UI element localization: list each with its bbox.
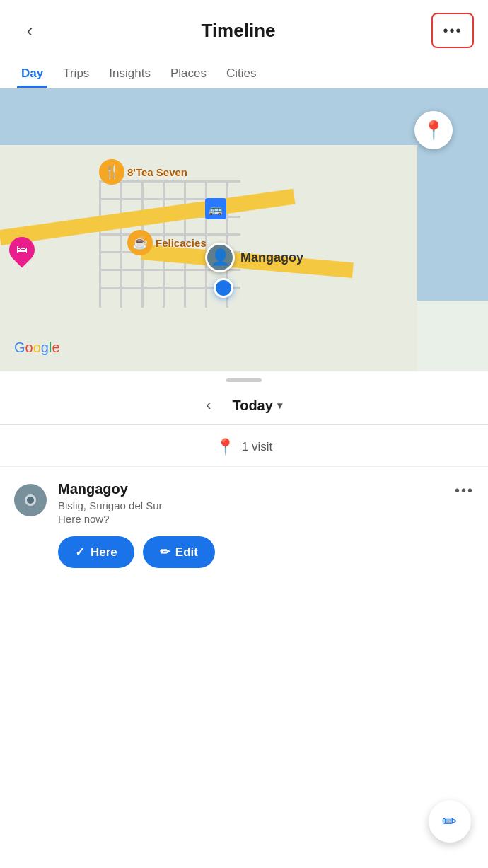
card-more-button[interactable]: ••• — [455, 482, 474, 499]
marker-bus-stop[interactable]: 🚌 — [205, 198, 226, 219]
date-text: Today — [232, 398, 272, 414]
marker-felicacies[interactable]: ☕ Felicacies — [127, 230, 207, 255]
edit-button[interactable]: ✏ Edit — [143, 536, 215, 568]
date-back-button[interactable]: ‹ — [206, 396, 211, 415]
felicacies-label: Felicacies — [156, 237, 207, 249]
here-button-label: Here — [91, 545, 117, 560]
checkmark-icon: ✓ — [75, 545, 85, 560]
marker-hotel[interactable]: 🛏 — [7, 237, 37, 272]
tab-trips[interactable]: Trips — [53, 58, 99, 88]
visit-count-text: 1 visit — [242, 440, 272, 454]
more-menu-button[interactable]: ••• — [431, 13, 474, 48]
tea-seven-pin: 🍴 — [99, 159, 124, 185]
tab-bar: Day Trips Insights Places Cities — [0, 58, 488, 88]
visit-pin-icon: 📍 — [216, 438, 235, 456]
bottom-panel: ‹ Today ▾ 📍 1 visit Mangagoy Bislig, Sur… — [0, 371, 488, 579]
visit-count-bar: 📍 1 visit — [0, 425, 488, 467]
mangagoy-label: Mangagoy — [240, 250, 303, 265]
map-view[interactable]: 📍 🍴 8'Tea Seven 🚌 🛏 ☕ Felicacies 👤 Manga… — [0, 88, 488, 371]
bus-icon: 🚌 — [209, 202, 223, 216]
fab-edit-button[interactable]: ✏ — [429, 800, 471, 843]
edit-button-label: Edit — [175, 545, 198, 560]
felicacies-pin: ☕ — [127, 230, 153, 255]
user-location-pin: 👤 — [205, 243, 235, 272]
drag-indicator — [0, 371, 488, 386]
marker-tea-seven[interactable]: 🍴 8'Tea Seven — [99, 159, 187, 185]
location-name: Mangagoy — [58, 481, 443, 497]
header: ‹ Timeline ••• — [0, 0, 488, 58]
tab-cities[interactable]: Cities — [216, 58, 267, 88]
date-navigation: ‹ Today ▾ — [0, 386, 488, 425]
tab-day[interactable]: Day — [11, 58, 53, 88]
location-card: Mangagoy Bislig, Surigao del Sur Here no… — [0, 467, 488, 579]
back-button[interactable]: ‹ — [14, 20, 45, 42]
page-title: Timeline — [45, 20, 431, 42]
fab-pencil-icon: ✏ — [442, 811, 458, 833]
marker-mangagoy[interactable]: 👤 Mangagoy — [205, 243, 303, 272]
location-address: Bislig, Surigao del Sur — [58, 499, 443, 511]
location-pin-icon: 📍 — [422, 120, 445, 141]
user-icon: 👤 — [211, 248, 230, 267]
hotel-icon: 🛏 — [16, 243, 28, 256]
location-here-now: Here now? — [58, 513, 443, 525]
date-label[interactable]: Today ▾ — [232, 398, 281, 414]
here-button[interactable]: ✓ Here — [58, 536, 134, 568]
location-actions: ✓ Here ✏ Edit — [58, 536, 443, 568]
dropdown-icon: ▾ — [277, 400, 282, 411]
google-logo: Google — [14, 340, 60, 354]
pencil-icon: ✏ — [160, 545, 170, 560]
map-location-button[interactable]: 📍 — [414, 111, 453, 149]
location-dot — [25, 494, 36, 506]
location-avatar — [14, 484, 47, 516]
hotel-pin: 🛏 — [4, 232, 40, 268]
location-details: Mangagoy Bislig, Surigao del Sur Here no… — [58, 481, 443, 568]
tab-insights[interactable]: Insights — [99, 58, 161, 88]
drag-bar — [226, 378, 262, 382]
tea-seven-label: 8'Tea Seven — [127, 166, 187, 178]
current-location-dot — [214, 278, 233, 298]
tab-places[interactable]: Places — [161, 58, 216, 88]
